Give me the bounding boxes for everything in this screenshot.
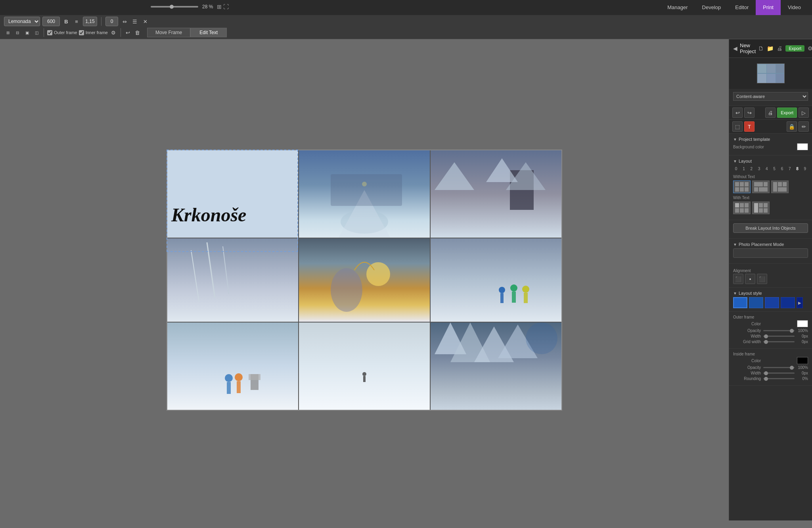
layout-num-4[interactable]: 4 [764, 165, 770, 172]
photo-cell-4[interactable] [167, 238, 298, 322]
align-icon[interactable]: ⇔ [121, 17, 128, 25]
edit-text-button[interactable]: Edit Text [190, 28, 227, 37]
photo-cell-text[interactable]: Krkonoše [167, 150, 298, 238]
layout-option-text-2[interactable] [752, 202, 770, 214]
layout-num-6[interactable]: 6 [779, 165, 785, 172]
move-edit-buttons: Move Frame Edit Text [147, 28, 227, 37]
layout-num-1[interactable]: 1 [741, 165, 747, 172]
panel-lock-icon[interactable]: 🔒 [787, 121, 797, 132]
redo-icon[interactable]: 🗑 [134, 29, 142, 36]
inside-width-thumb[interactable] [764, 371, 768, 375]
layout-style-expand[interactable]: ▼ Layout style [733, 291, 808, 296]
outer-width-thumb[interactable] [764, 334, 768, 338]
panel-photo-icon[interactable]: ⬚ [732, 121, 743, 132]
placement-expand[interactable]: ▼ Photo Placement Mode [733, 242, 808, 247]
align-left-icon[interactable]: ⬛ [733, 274, 743, 284]
grid-icon2[interactable]: ⊟ [13, 29, 21, 36]
layout-style-4[interactable] [781, 297, 795, 308]
inside-rounding-slider[interactable] [763, 378, 795, 379]
photo-cell-2[interactable] [299, 150, 430, 238]
layout-option-3[interactable] [771, 180, 789, 193]
folder-icon[interactable]: 📁 [767, 45, 774, 52]
panel-pen-icon[interactable]: ✏ [799, 121, 809, 132]
panel-export-icon[interactable]: Export [777, 108, 797, 118]
layout-option-2[interactable] [752, 180, 770, 193]
inside-opacity-thumb[interactable] [790, 366, 794, 370]
distribute-icon[interactable]: ☰ [131, 17, 139, 25]
panel-redo-icon[interactable]: ↪ [744, 108, 755, 118]
placement-mode-selector[interactable] [733, 248, 808, 258]
inside-color-swatch[interactable] [797, 357, 808, 364]
content-aware-select[interactable]: Content-aware [733, 92, 808, 101]
rotation-input[interactable] [105, 17, 118, 26]
outer-width-slider[interactable] [763, 336, 795, 337]
break-layout-section: Break Layout Into Objects [729, 220, 812, 239]
nav-item-manager[interactable]: Manager [660, 0, 695, 15]
close-icon[interactable]: ✕ [141, 17, 149, 25]
layout-num-5[interactable]: 5 [771, 165, 777, 172]
export-button[interactable]: Export [785, 45, 804, 52]
layout-option-1[interactable] [733, 180, 751, 193]
nav-item-editor[interactable]: Editor [728, 0, 756, 15]
outer-gridwidth-slider[interactable] [763, 341, 795, 342]
panel-text-icon[interactable]: T [744, 121, 755, 132]
outer-opacity-thumb[interactable] [790, 329, 794, 333]
photo-cell-7[interactable] [167, 323, 298, 410]
zoom-slider-track[interactable] [151, 6, 198, 8]
break-layout-button[interactable]: Break Layout Into Objects [733, 223, 808, 233]
panel-undo-icon[interactable]: ↩ [732, 108, 743, 118]
inner-frame-checkbox[interactable] [79, 30, 84, 35]
nav-item-video[interactable]: Video [781, 0, 808, 15]
photo-cell-8[interactable] [299, 323, 430, 410]
inside-width-slider[interactable] [763, 372, 795, 374]
layout-num-8[interactable]: 8 [794, 165, 800, 172]
font-selector[interactable]: Lemonada [4, 17, 40, 26]
new-file-icon[interactable]: 🗋 [758, 45, 764, 52]
align-right-icon[interactable]: ⬛ [757, 274, 767, 284]
photo-cell-3[interactable] [431, 150, 561, 238]
panel-more-icon[interactable]: ▷ [799, 108, 809, 118]
photo-cell-6[interactable] [431, 238, 561, 322]
nav-item-develop[interactable]: Develop [695, 0, 728, 15]
without-text-grid-options [733, 180, 808, 193]
layout-style-more[interactable]: ▶ [797, 297, 803, 308]
settings-icon[interactable]: ⚙ [109, 29, 117, 36]
layout-expand[interactable]: ▼ Layout [733, 159, 808, 163]
settings-panel-icon[interactable]: ⚙ [808, 45, 812, 52]
line-height-input[interactable] [83, 17, 97, 26]
font-size-input[interactable] [42, 17, 60, 26]
layout-option-text-1[interactable] [733, 202, 751, 214]
layout-num-9[interactable]: 9 [802, 165, 808, 172]
nav-item-print[interactable]: Print [756, 0, 781, 15]
undo-icon[interactable]: ↩ [124, 29, 132, 36]
expand-icon[interactable]: ⊞ ⛶ [217, 4, 229, 10]
layout-style-1[interactable] [733, 297, 747, 308]
layout-style-3[interactable] [765, 297, 779, 308]
layout-num-3[interactable]: 3 [756, 165, 762, 172]
outer-color-swatch[interactable] [797, 320, 808, 327]
photo-cell-5[interactable] [299, 238, 430, 322]
outer-gridwidth-thumb[interactable] [764, 340, 768, 344]
back-arrow-icon[interactable]: ◀ [733, 45, 737, 52]
layout-num-2[interactable]: 2 [749, 165, 755, 172]
project-thumbnail[interactable] [757, 63, 785, 83]
frame-icon1[interactable]: ▣ [23, 29, 31, 36]
photo-cell-9[interactable] [431, 323, 561, 410]
background-color-swatch[interactable] [797, 143, 808, 150]
layout-style-2[interactable] [749, 297, 763, 308]
layout-num-0[interactable]: 0 [733, 165, 739, 172]
print-icon[interactable]: 🖨 [777, 45, 782, 52]
line-height-icon[interactable]: ≡ [73, 17, 80, 25]
inside-rounding-thumb[interactable] [764, 377, 768, 381]
layout-num-7[interactable]: 7 [787, 165, 793, 172]
panel-print-icon[interactable]: 🖨 [765, 108, 776, 118]
bold-icon[interactable]: B [62, 17, 70, 25]
inside-opacity-slider[interactable] [763, 367, 795, 368]
frame-icon2[interactable]: ◫ [33, 29, 40, 36]
project-template-expand[interactable]: ▼ Project template [733, 137, 808, 142]
move-frame-button[interactable]: Move Frame [147, 28, 190, 37]
outer-frame-checkbox[interactable] [47, 30, 52, 35]
outer-opacity-slider[interactable] [763, 330, 795, 331]
grid-icon1[interactable]: ⊞ [4, 29, 12, 36]
align-center-icon[interactable]: ▪ [745, 274, 755, 284]
